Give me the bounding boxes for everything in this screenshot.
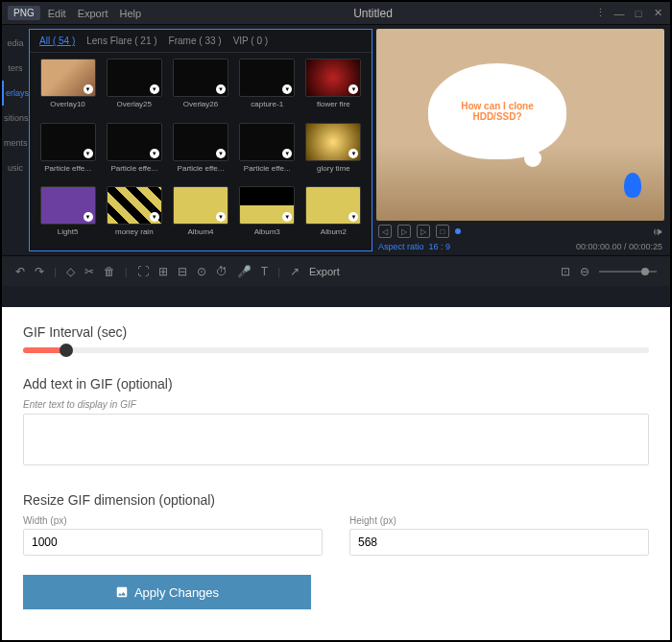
apply-button[interactable]: Apply Changes [23, 575, 311, 609]
delete-icon[interactable]: 🗑 [104, 265, 115, 278]
close-icon[interactable]: ✕ [651, 7, 664, 20]
tab-lensflare[interactable]: Lens Flare ( 21 ) [86, 36, 156, 46]
overlay-item[interactable]: Album2 [303, 186, 364, 245]
overlay-item[interactable]: Light5 [37, 186, 98, 245]
maximize-icon[interactable]: □ [632, 7, 645, 20]
menu-edit[interactable]: Edit [48, 8, 66, 19]
overlay-item[interactable]: glory time [303, 123, 364, 181]
mark-icon[interactable]: ◇ [66, 265, 75, 278]
sidebar-item-elements[interactable]: ments [2, 131, 29, 155]
overlay-item[interactable]: Particle effe... [104, 123, 164, 181]
volume-icon[interactable]: 🕪 [653, 226, 662, 237]
sidebar-item-overlays[interactable]: erlays [2, 81, 29, 106]
overlay-tabs: All ( 54 ) Lens Flare ( 21 ) Frame ( 33 … [30, 30, 372, 53]
overlay-item[interactable]: Particle effe... [170, 123, 230, 181]
record-icon[interactable]: ⊙ [197, 265, 206, 278]
overlay-grid: Overlay10 Overlay25 Overlay26 capture-1 … [30, 53, 372, 250]
sidebar-item-transitions[interactable]: sitions [2, 106, 29, 131]
crop-icon[interactable]: ⛶ [137, 265, 149, 278]
undo-icon[interactable]: ↶ [15, 265, 25, 278]
height-input[interactable] [349, 529, 649, 556]
format-badge: PNG [8, 6, 40, 20]
sidebar-item-media[interactable]: edia [2, 31, 29, 56]
overlay-item[interactable]: Album3 [237, 186, 298, 245]
resize-icon[interactable]: ⊞ [158, 265, 168, 278]
timecode: 00:00:00.00 / 00:00:25 [576, 242, 662, 251]
more-icon[interactable]: ⋮ [593, 7, 607, 20]
export-icon[interactable]: ↗ [290, 265, 300, 278]
cut-icon[interactable]: ✂ [84, 265, 94, 278]
text-hint: Enter text to display in GIF [23, 399, 649, 410]
overlay-item[interactable]: money rain [104, 186, 164, 245]
overlay-item[interactable]: Album4 [170, 186, 230, 245]
image-icon [115, 585, 129, 599]
zoom-slider[interactable] [599, 271, 657, 273]
tab-frame[interactable]: Frame ( 33 ) [169, 36, 222, 46]
overlay-item[interactable]: flower fire [303, 59, 364, 117]
overlay-item[interactable]: Overlay26 [170, 59, 230, 117]
interval-slider[interactable] [23, 347, 649, 353]
overlay-panel: All ( 54 ) Lens Flare ( 21 ) Frame ( 33 … [29, 29, 372, 251]
width-input[interactable] [23, 529, 323, 556]
timer-icon[interactable]: ⏱ [216, 265, 228, 278]
zoom-icon[interactable]: ⊖ [580, 265, 589, 278]
prev-button[interactable]: ◁ [378, 225, 392, 238]
export-label[interactable]: Export [309, 266, 340, 277]
width-label: Width (px) [23, 515, 323, 526]
overlay-item[interactable]: Overlay10 [37, 59, 98, 117]
preview-canvas[interactable]: How can I clone HDD/SSD? [376, 29, 664, 221]
document-title: Untitled [153, 7, 593, 20]
gif-text-input[interactable] [23, 414, 649, 465]
title-bar: PNG Edit Export Help Untitled ⋮ — □ ✕ [2, 2, 670, 25]
overlay-item[interactable]: Particle effe... [237, 123, 298, 181]
grid-icon[interactable]: ⊟ [178, 265, 187, 278]
aspect-ratio: Aspect ratio 16 : 9 [378, 242, 450, 251]
character-icon [624, 173, 641, 198]
interval-thumb[interactable] [60, 344, 73, 357]
menu-export[interactable]: Export [78, 8, 108, 19]
next-button[interactable]: ▷ [417, 225, 430, 238]
overlay-item[interactable]: Overlay25 [104, 59, 164, 117]
resize-label: Resize GIF dimension (optional) [23, 492, 649, 508]
menu-help[interactable]: Help [119, 8, 141, 19]
overlay-item[interactable]: capture-1 [237, 59, 298, 117]
play-button[interactable]: ▷ [397, 225, 411, 238]
view-icon[interactable]: ⊡ [561, 265, 570, 278]
text-label: Add text in GIF (optional) [23, 376, 649, 392]
left-sidebar: edia ters erlays sitions ments usic [2, 25, 29, 255]
tab-vip[interactable]: VIP ( 0 ) [233, 36, 269, 46]
sidebar-item-filters[interactable]: ters [2, 56, 29, 81]
speech-bubble: How can I clone HDD/SSD? [428, 63, 566, 159]
progress-dot[interactable] [455, 228, 461, 234]
stop-button[interactable]: □ [436, 225, 449, 238]
playback-controls: ◁ ▷ ▷ □ 🕪 [376, 221, 664, 242]
overlay-item[interactable]: Particle effe... [37, 123, 98, 181]
interval-label: GIF Interval (sec) [23, 324, 649, 340]
redo-icon[interactable]: ↷ [35, 265, 44, 278]
mic-icon[interactable]: 🎤 [237, 265, 252, 278]
height-label: Height (px) [349, 515, 649, 526]
bottom-toolbar: ↶ ↷ | ◇ ✂ 🗑 | ⛶ ⊞ ⊟ ⊙ ⏱ 🎤 T | ↗ Export ⊡… [2, 255, 670, 286]
sidebar-item-music[interactable]: usic [2, 155, 29, 180]
tab-all[interactable]: All ( 54 ) [39, 36, 75, 46]
text-icon[interactable]: T [261, 265, 268, 278]
minimize-icon[interactable]: — [612, 7, 626, 20]
preview-pane: How can I clone HDD/SSD? ◁ ▷ ▷ □ 🕪 Aspec… [376, 29, 664, 251]
